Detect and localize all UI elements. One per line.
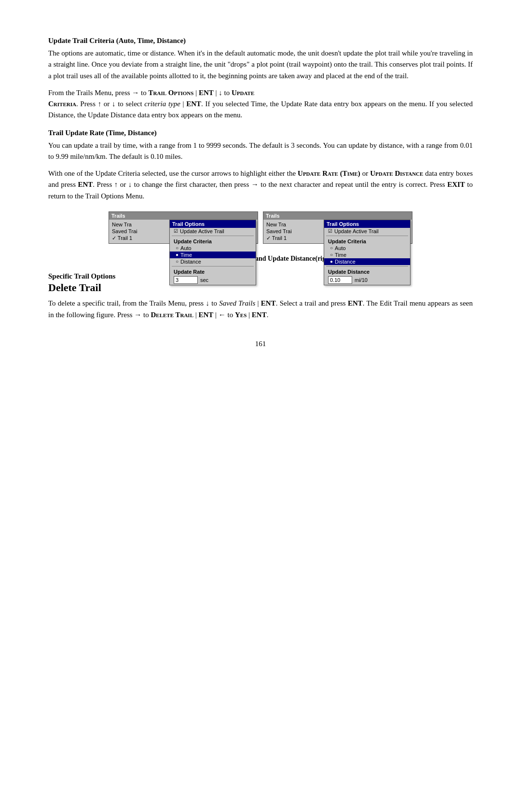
left-radio-time-sym: ● xyxy=(176,252,178,257)
right-screen-body: New Tra te All Saved Trai ✓ Trail 1 ◄ Tr… xyxy=(263,220,412,243)
left-radio-distance-sym: ○ xyxy=(176,259,178,264)
left-radio-auto: ○ Auto xyxy=(170,245,256,252)
bold-ent4: ENT xyxy=(261,299,276,307)
left-trail1-label: ✓ Trail 1 xyxy=(112,235,132,241)
bold-ent2: ENT xyxy=(186,100,201,108)
bold-exit: EXIT xyxy=(447,181,465,188)
right-new-trail-label: New Tra xyxy=(266,222,286,227)
right-input-row: mi/10 xyxy=(324,275,410,285)
right-radio-time-sym: ○ xyxy=(330,252,333,257)
section1-para1: The options are automatic, time or dista… xyxy=(48,48,473,82)
smallcaps-update-distance: Update Distance xyxy=(370,169,423,177)
left-update-active-item: ☑ Update Active Trail xyxy=(170,228,256,235)
left-input-row: sec xyxy=(170,275,256,285)
right-update-criteria-label: Update Criteria xyxy=(324,237,410,245)
bold-ent5: ENT xyxy=(348,299,363,307)
smallcaps-yes: Yes xyxy=(235,311,247,319)
left-input-unit: sec xyxy=(200,277,208,283)
bold-ent7: ENT xyxy=(252,311,267,319)
left-divider2 xyxy=(172,266,254,266)
left-screen-body: New Tra te All Saved Trai ✓ Trail 1 ◄ Tr… xyxy=(109,220,258,243)
left-checkbox-icon: ☑ xyxy=(174,228,178,234)
left-update-active-label: Update Active Trail xyxy=(180,228,224,234)
left-saved-trail-label: Saved Trai xyxy=(112,228,137,234)
left-radio-auto-label: Auto xyxy=(180,245,192,251)
right-radio-time: ○ Time xyxy=(324,252,410,258)
section1-para2: From the Trails Menu, press → to Trail O… xyxy=(48,87,473,121)
right-screen: Trails New Tra te All Saved Trai ✓ Trail… xyxy=(263,211,412,244)
smallcaps-trail-options: Trail Options xyxy=(149,89,194,97)
right-radio-auto-label: Auto xyxy=(335,245,346,251)
left-radio-distance-label: Distance xyxy=(180,259,201,265)
right-radio-auto: ○ Auto xyxy=(324,245,410,252)
right-update-active-item: ☑ Update Active Trail xyxy=(324,228,410,235)
section2-para2: With one of the Update Criteria selected… xyxy=(48,168,473,202)
section1-heading: Update Trail Criteria (Auto, Time, Dista… xyxy=(48,37,473,45)
left-screen-title: Trails xyxy=(109,212,258,220)
right-saved-trail-label: Saved Trai xyxy=(266,228,292,234)
left-dropdown-divider xyxy=(172,236,254,236)
right-dropdown-divider xyxy=(326,236,408,236)
right-screen-title: Trails xyxy=(263,212,412,220)
right-dropdown-title: Trail Options xyxy=(324,220,410,228)
delete-paragraph: To delete a specific trail, from the Tra… xyxy=(48,298,473,321)
left-input-field[interactable] xyxy=(174,276,198,284)
right-input-unit: mi/10 xyxy=(355,277,368,283)
smallcaps-ent1: ENT xyxy=(199,89,214,97)
left-dropdown-title: Trail Options xyxy=(170,220,256,228)
left-radio-time-label: Time xyxy=(180,252,192,258)
italic-criteria: criteria type xyxy=(144,100,180,108)
italic-saved-trails: Saved Trails xyxy=(219,299,255,307)
left-update-criteria-label: Update Criteria xyxy=(170,237,256,245)
right-radio-time-label: Time xyxy=(335,252,346,258)
left-screen: Trails New Tra te All Saved Trai ✓ Trail… xyxy=(109,211,258,244)
section2-heading: Trail Update Rate (Time, Distance) xyxy=(48,129,473,137)
right-divider2 xyxy=(326,266,408,266)
section2-para1: You can update a trail by time, with a r… xyxy=(48,140,473,163)
right-trail1-label: ✓ Trail 1 xyxy=(266,235,287,241)
right-update-distance-label: Update Distance xyxy=(324,267,410,275)
bold-ent6: ENT xyxy=(199,311,214,319)
right-radio-auto-sym: ○ xyxy=(330,245,333,251)
left-radio-auto-sym: ○ xyxy=(176,245,178,251)
smallcaps-update-rate: Update Rate (Time) xyxy=(298,169,360,177)
left-radio-time: ● Time xyxy=(170,252,256,258)
right-radio-distance: ● Distance xyxy=(324,258,410,265)
page-number: 161 xyxy=(48,340,473,348)
right-checkbox-icon: ☑ xyxy=(328,228,332,234)
right-input-field[interactable] xyxy=(328,276,352,284)
right-radio-distance-label: Distance xyxy=(335,259,356,265)
left-new-trail-label: New Tra xyxy=(112,222,132,227)
screenshots-container: Trails New Tra te All Saved Trai ✓ Trail… xyxy=(48,211,473,244)
right-update-active-label: Update Active Trail xyxy=(334,228,379,234)
page-content: Update Trail Criteria (Auto, Time, Dista… xyxy=(48,37,473,348)
left-dropdown: Trail Options ☑ Update Active Trail Upda… xyxy=(169,220,256,285)
left-update-rate-label: Update Rate xyxy=(170,267,256,275)
right-radio-distance-sym: ● xyxy=(330,259,333,264)
right-dropdown: Trail Options ☑ Update Active Trail Upda… xyxy=(324,220,411,285)
left-radio-distance: ○ Distance xyxy=(170,258,256,265)
bold-ent3: ENT xyxy=(78,181,93,188)
smallcaps-delete-trail: Delete Trail xyxy=(151,311,193,319)
